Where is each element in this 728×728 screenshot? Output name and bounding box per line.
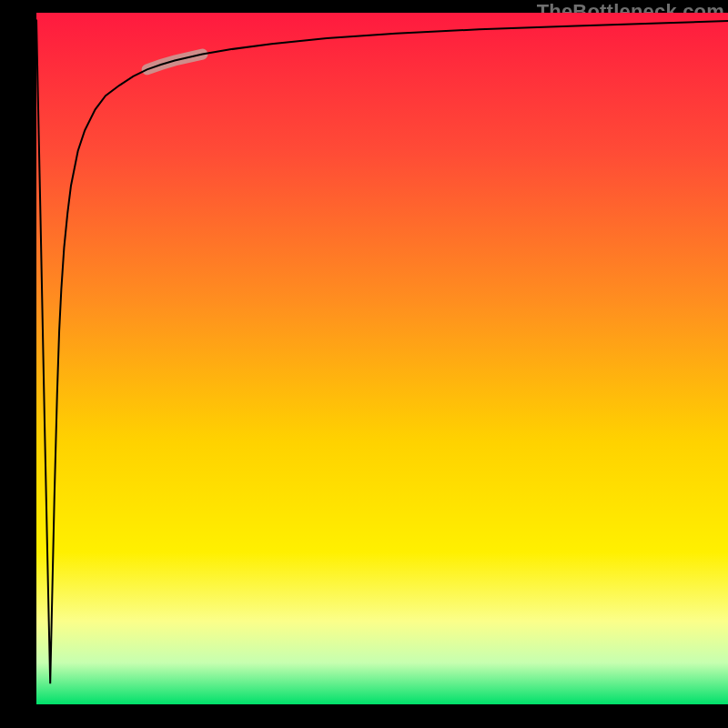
chart-svg xyxy=(36,13,728,704)
plot-area xyxy=(36,13,728,704)
chart-frame: TheBottleneck.com xyxy=(0,0,728,728)
gradient-background xyxy=(36,13,728,704)
